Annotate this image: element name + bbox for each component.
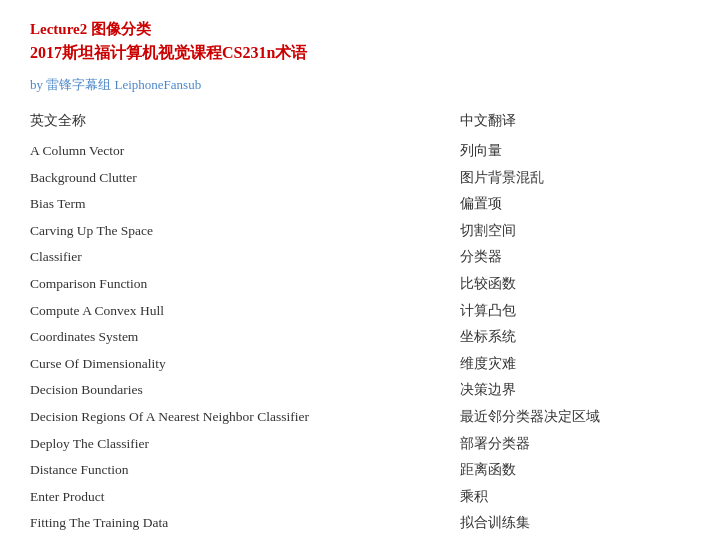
table-row: Decision Regions Of A Nearest Neighbor C… [30, 406, 677, 428]
row-en-8: Curse Of Dimensionality [30, 353, 460, 375]
row-zh-10: 最近邻分类器决定区域 [460, 406, 677, 428]
row-en-1: Background Clutter [30, 167, 460, 189]
row-zh-8: 维度灾难 [460, 353, 677, 375]
row-en-2: Bias Term [30, 193, 460, 215]
column-header-zh: 中文翻译 [460, 112, 677, 130]
row-en-0: A Column Vector [30, 140, 460, 162]
table-row: Classifier分类器 [30, 246, 677, 268]
row-zh-2: 偏置项 [460, 193, 677, 215]
title-line1: Lecture2 图像分类 [30, 20, 677, 39]
row-zh-1: 图片背景混乱 [460, 167, 677, 189]
row-zh-12: 距离函数 [460, 459, 677, 481]
row-en-7: Coordinates System [30, 326, 460, 348]
table-row: Bias Term偏置项 [30, 193, 677, 215]
row-en-11: Deploy The Classifier [30, 433, 460, 455]
row-zh-14: 拟合训练集 [460, 512, 677, 534]
table-row: Background Clutter图片背景混乱 [30, 167, 677, 189]
table-row: Decision Boundaries决策边界 [30, 379, 677, 401]
row-en-13: Enter Product [30, 486, 460, 508]
row-zh-11: 部署分类器 [460, 433, 677, 455]
table-row: Fitting The Training Data拟合训练集 [30, 512, 677, 534]
row-zh-13: 乘积 [460, 486, 677, 508]
table-row: Deploy The Classifier部署分类器 [30, 433, 677, 455]
column-header-en: 英文全称 [30, 112, 460, 130]
table-row: Enter Product乘积 [30, 486, 677, 508]
table-row: A Column Vector列向量 [30, 140, 677, 162]
row-en-12: Distance Function [30, 459, 460, 481]
table-row: Distance Function距离函数 [30, 459, 677, 481]
row-en-9: Decision Boundaries [30, 379, 460, 401]
row-zh-0: 列向量 [460, 140, 677, 162]
row-en-10: Decision Regions Of A Nearest Neighbor C… [30, 406, 460, 428]
row-en-6: Compute A Convex Hull [30, 300, 460, 322]
table-row: Curse Of Dimensionality维度灾难 [30, 353, 677, 375]
table-row: Carving Up The Space切割空间 [30, 220, 677, 242]
row-zh-7: 坐标系统 [460, 326, 677, 348]
table-row: Coordinates System坐标系统 [30, 326, 677, 348]
row-zh-4: 分类器 [460, 246, 677, 268]
row-en-5: Comparison Function [30, 273, 460, 295]
table-row: Compute A Convex Hull计算凸包 [30, 300, 677, 322]
row-zh-6: 计算凸包 [460, 300, 677, 322]
row-en-14: Fitting The Training Data [30, 512, 460, 534]
subtitle: by 雷锋字幕组 LeiphoneFansub [30, 76, 677, 94]
table-row: Comparison Function比较函数 [30, 273, 677, 295]
row-en-3: Carving Up The Space [30, 220, 460, 242]
row-en-4: Classifier [30, 246, 460, 268]
row-zh-3: 切割空间 [460, 220, 677, 242]
row-zh-5: 比较函数 [460, 273, 677, 295]
title-line2: 2017斯坦福计算机视觉课程CS231n术语 [30, 43, 677, 64]
row-zh-9: 决策边界 [460, 379, 677, 401]
